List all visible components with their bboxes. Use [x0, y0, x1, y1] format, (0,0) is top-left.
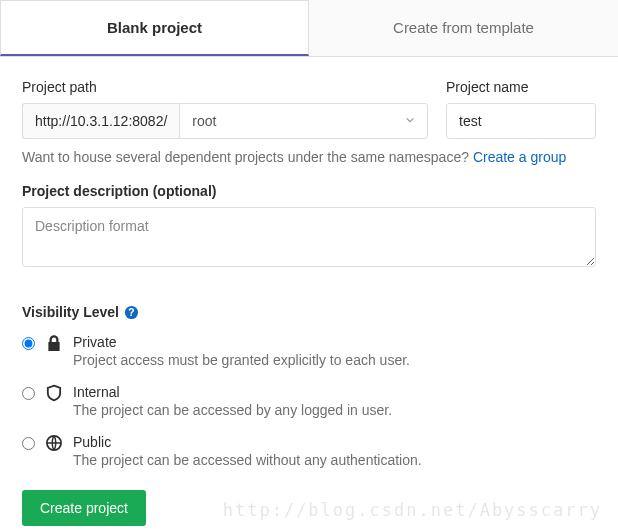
internal-title: Internal	[73, 384, 596, 400]
chevron-down-icon	[405, 115, 415, 127]
visibility-heading: Visibility Level ?	[22, 304, 596, 320]
visibility-heading-text: Visibility Level	[22, 304, 119, 320]
help-icon[interactable]: ?	[124, 305, 139, 320]
project-name-input[interactable]	[446, 103, 596, 139]
namespace-hint: Want to house several dependent projects…	[22, 149, 596, 165]
project-path-label: Project path	[22, 79, 428, 95]
project-name-label: Project name	[446, 79, 596, 95]
internal-desc: The project can be accessed by any logge…	[73, 402, 596, 418]
tab-create-from-template[interactable]: Create from template	[309, 0, 618, 56]
tab-blank-project[interactable]: Blank project	[0, 0, 309, 56]
visibility-option-internal[interactable]: Internal The project can be accessed by …	[22, 384, 596, 418]
visibility-option-private[interactable]: Private Project access must be granted e…	[22, 334, 596, 368]
public-title: Public	[73, 434, 596, 450]
radio-public[interactable]	[22, 437, 35, 450]
project-description-label: Project description (optional)	[22, 183, 596, 199]
globe-icon	[45, 434, 63, 452]
lock-icon	[45, 334, 63, 352]
public-desc: The project can be accessed without any …	[73, 452, 596, 468]
project-description-input[interactable]	[22, 207, 596, 267]
create-group-link[interactable]: Create a group	[473, 149, 566, 165]
private-desc: Project access must be granted explicitl…	[73, 352, 596, 368]
namespace-value: root	[192, 113, 405, 129]
radio-internal[interactable]	[22, 387, 35, 400]
svg-text:?: ?	[128, 307, 134, 318]
hint-text: Want to house several dependent projects…	[22, 149, 473, 165]
private-title: Private	[73, 334, 596, 350]
project-type-tabs: Blank project Create from template	[0, 0, 618, 57]
visibility-option-public[interactable]: Public The project can be accessed witho…	[22, 434, 596, 468]
radio-private[interactable]	[22, 337, 35, 350]
namespace-select[interactable]: root	[179, 103, 428, 139]
shield-icon	[45, 384, 63, 402]
project-path-prefix: http://10.3.1.12:8082/	[22, 103, 179, 139]
create-project-button[interactable]: Create project	[22, 490, 146, 526]
new-project-form: Project path http://10.3.1.12:8082/ root…	[0, 57, 618, 530]
